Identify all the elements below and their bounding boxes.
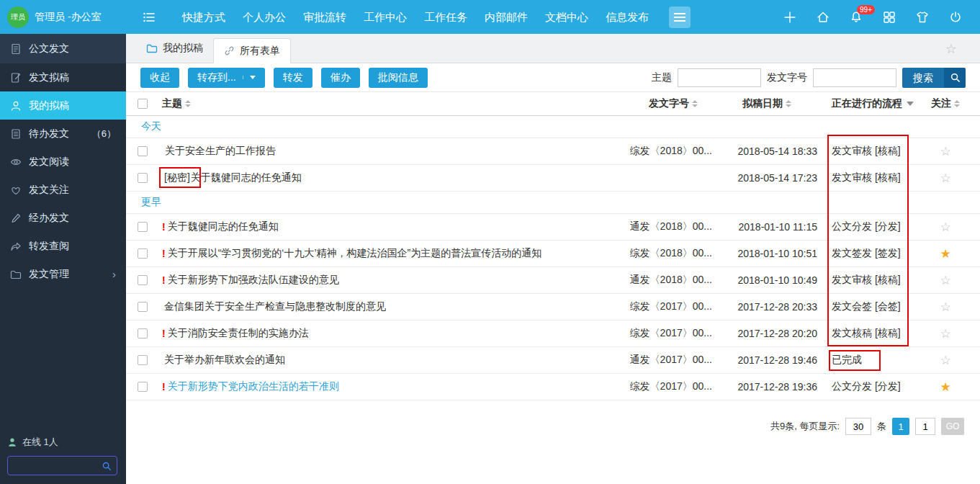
sidebar-item-draft-doc[interactable]: 发文拟稿 [0, 63, 126, 91]
star-icon[interactable]: ☆ [925, 273, 966, 288]
main-content: 我的拟稿 所有表单 ☆ 收起 转存到... 转发 催办 批阅信息 主题 发文字号… [126, 34, 980, 484]
column-header-subject[interactable]: 主题 [162, 97, 612, 110]
save-to-button[interactable]: 转存到... [188, 68, 265, 88]
row-checkbox[interactable] [138, 248, 148, 259]
document-title[interactable]: 关于新形势下加强政法队伍建设的意见 [168, 274, 339, 287]
table-row[interactable]: !关于新形势下加强政法队伍建设的意见 通发〈2018〉00... 2018-01… [126, 267, 980, 294]
sort-icon[interactable] [954, 100, 960, 107]
sidebar-item-pending-docs[interactable]: 待办发文 （6） [0, 120, 126, 148]
document-title[interactable]: 关于新形势下党内政治生活的若干准则 [168, 380, 339, 393]
sidebar-item-handled-docs[interactable]: 经办发文 [0, 204, 126, 232]
sidebar-item-doc-follow[interactable]: 发文关注 [0, 176, 126, 204]
flow-cell: 发文审核 [核稿] [817, 171, 925, 184]
document-title[interactable]: 关于消防安全责任制的实施办法 [168, 327, 309, 340]
sort-icon[interactable] [692, 100, 698, 107]
document-title[interactable]: 金信集团关于安全生产检查与隐患整改制度的意见 [164, 300, 386, 313]
column-header-flow[interactable]: 正在进行的流程 [817, 97, 925, 110]
nav-item-work-tasks[interactable]: 工作任务 [415, 0, 476, 34]
sidebar-item-my-drafts[interactable]: 我的拟稿 [0, 91, 126, 120]
table-row[interactable]: 关于举办新年联欢会的通知 通发〈2017〉00... 2017-12-28 19… [126, 347, 980, 374]
tab-my-drafts[interactable]: 我的拟稿 [136, 33, 213, 63]
star-icon[interactable]: ☆ [925, 171, 966, 186]
document-title[interactable]: 关于安全生产的工作报告 [165, 145, 276, 158]
sort-icon[interactable] [185, 100, 191, 107]
column-header-date[interactable]: 拟稿日期 [716, 97, 817, 110]
column-header-follow[interactable]: 关注 [925, 97, 966, 110]
nav-item-document-center[interactable]: 文档中心 [536, 0, 597, 34]
nav-item-approval-flow[interactable]: 审批流转 [295, 0, 355, 34]
table-row[interactable]: [秘密]关于魏健同志的任免通知 2018-05-14 17:23 发文审核 [核… [126, 165, 980, 192]
row-checkbox[interactable] [138, 328, 148, 339]
star-icon[interactable]: ☆ [925, 326, 966, 341]
goto-page-input[interactable] [915, 418, 935, 435]
tab-label: 所有表单 [240, 45, 280, 58]
row-checkbox[interactable] [138, 382, 148, 392]
apps-grid-icon[interactable] [882, 10, 896, 24]
table-row[interactable]: !关于消防安全责任制的实施办法 综发〈2017〉00... 2017-12-28… [126, 321, 980, 347]
forward-button[interactable]: 转发 [274, 68, 313, 88]
row-checkbox[interactable] [138, 302, 148, 312]
nav-item-internal-mail[interactable]: 内部邮件 [476, 0, 536, 34]
menu-list-icon[interactable] [142, 10, 156, 24]
tab-all-forms[interactable]: 所有表单 [213, 38, 291, 63]
collapse-button[interactable]: 收起 [140, 68, 179, 88]
toolbar: 收起 转存到... 转发 催办 批阅信息 主题 发文字号 搜索 [126, 63, 980, 91]
top-navigation: 快捷方式 个人办公 审批流转 工作中心 工作任务 内部邮件 文档中心 信息发布 [174, 0, 657, 34]
star-icon[interactable]: ★ [925, 380, 966, 395]
docno-cell: 综发〈2017〉00... [612, 327, 716, 340]
star-icon[interactable]: ☆ [925, 144, 966, 159]
power-logout-icon[interactable] [948, 10, 963, 24]
sidebar-search-input[interactable] [13, 460, 102, 471]
nav-item-personal-office[interactable]: 个人办公 [234, 0, 295, 34]
star-icon[interactable]: ☆ [925, 220, 966, 235]
theme-shirt-icon[interactable] [915, 10, 930, 24]
document-title[interactable]: 关于开展以“学习贯彻党的‘十九大’精神，构建法治国企”为主题的普法宣传活动的通知 [168, 247, 542, 260]
review-info-button[interactable]: 批阅信息 [369, 68, 428, 88]
docno-filter-input[interactable] [813, 68, 896, 87]
page-size-input[interactable] [845, 418, 871, 435]
star-icon[interactable]: ☆ [925, 353, 966, 368]
sort-icon[interactable] [786, 100, 791, 107]
pen-icon [10, 212, 22, 224]
document-icon [10, 43, 22, 55]
table-row[interactable]: !关于魏健同志的任免通知 通发〈2018〉00... 2018-01-10 11… [126, 214, 980, 241]
nav-item-shortcuts[interactable]: 快捷方式 [174, 0, 234, 34]
table-row[interactable]: 金信集团关于安全生产检查与隐患整改制度的意见 综发〈2017〉00... 201… [126, 294, 980, 321]
sidebar-item-doc-issue[interactable]: 公文发文 [0, 34, 126, 63]
row-checkbox[interactable] [138, 173, 148, 183]
row-checkbox[interactable] [138, 222, 148, 232]
sidebar-item-forward-review[interactable]: 转发查阅 [0, 232, 126, 260]
table-row[interactable]: !关于新形势下党内政治生活的若干准则 综发〈2017〉00... 2017-12… [126, 374, 980, 400]
favorite-star-icon[interactable]: ☆ [945, 41, 957, 57]
sidebar-item-doc-manage[interactable]: 发文管理 › [0, 260, 126, 288]
document-title[interactable]: 关于举办新年联欢会的通知 [164, 354, 285, 367]
filter-caret-icon[interactable] [907, 102, 914, 106]
row-checkbox[interactable] [138, 355, 148, 365]
document-title[interactable]: 关于魏健同志的任免通知 [168, 220, 279, 233]
sidebar-item-doc-reading[interactable]: 发文阅读 [0, 148, 126, 176]
nav-item-work-center[interactable]: 工作中心 [355, 0, 415, 34]
column-header-docno[interactable]: 发文字号 [612, 97, 716, 110]
secret-tag: [秘密] [164, 171, 190, 184]
notifications-bell-icon[interactable]: 99+ [849, 10, 863, 24]
urge-button[interactable]: 催办 [321, 68, 360, 88]
search-button[interactable]: 搜索 [902, 68, 966, 88]
row-checkbox[interactable] [138, 146, 148, 156]
date-cell: 2018-05-14 17:23 [716, 172, 817, 184]
star-icon[interactable]: ★ [925, 246, 966, 261]
document-title[interactable]: 关于魏健同志的任免通知 [191, 171, 302, 184]
add-icon[interactable] [783, 10, 797, 24]
go-button[interactable]: GO [941, 418, 964, 435]
user-block[interactable]: 理员 管理员 -办公室 [0, 0, 126, 34]
nav-item-info-publish[interactable]: 信息发布 [597, 0, 657, 34]
table-row[interactable]: !关于开展以“学习贯彻党的‘十九大’精神，构建法治国企”为主题的普法宣传活动的通… [126, 241, 980, 267]
hamburger-menu-icon[interactable] [669, 6, 691, 28]
row-checkbox[interactable] [138, 275, 148, 285]
star-icon[interactable]: ☆ [925, 300, 966, 315]
table-row[interactable]: 关于安全生产的工作报告 综发〈2018〉00... 2018-05-14 18:… [126, 138, 980, 165]
dropdown-caret-icon[interactable] [243, 76, 256, 79]
page-button-1[interactable]: 1 [892, 418, 909, 435]
subject-filter-input[interactable] [678, 68, 761, 87]
home-icon[interactable] [816, 10, 830, 24]
select-all-checkbox[interactable] [138, 99, 148, 109]
